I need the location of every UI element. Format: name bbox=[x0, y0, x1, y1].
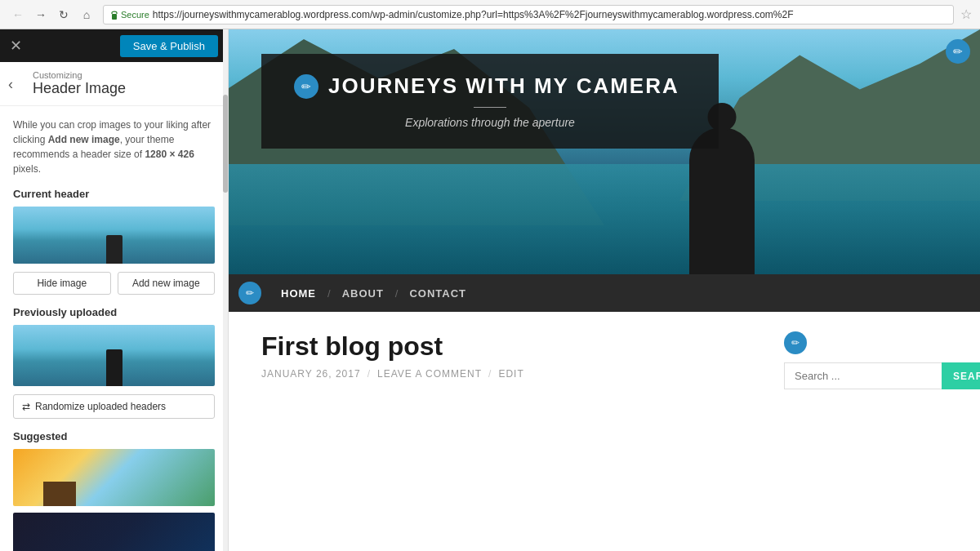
refresh-button[interactable]: ↻ bbox=[54, 5, 74, 24]
post-meta-sep-1: / bbox=[368, 368, 371, 380]
url-text: https://journeyswithmycamerablog.wordpre… bbox=[153, 9, 794, 20]
current-header-label: Current header bbox=[13, 188, 215, 200]
nav-item-about[interactable]: ABOUT bbox=[331, 287, 395, 300]
nav-item-home[interactable]: HOME bbox=[270, 287, 327, 300]
blog-tagline: Explorations through the aperture bbox=[294, 116, 686, 129]
close-customizer-button[interactable]: ✕ bbox=[10, 37, 22, 55]
randomize-label: Randomize uploaded headers bbox=[35, 401, 166, 412]
header-overlay: ✏ JOURNEYS WITH MY CAMERA Explorations t… bbox=[261, 54, 719, 149]
post-meta-sep-2: / bbox=[488, 368, 492, 380]
browser-chrome: ← → ↻ ⌂ Secure https://journeyswithmycam… bbox=[0, 0, 980, 29]
nav-edit-icon: ✏ bbox=[246, 287, 254, 299]
water-reflection bbox=[229, 164, 980, 274]
scroll-thumb[interactable] bbox=[223, 95, 228, 193]
secure-label: Secure bbox=[121, 10, 149, 20]
add-new-image-button[interactable]: Add new image bbox=[118, 272, 216, 295]
nav-buttons: ← → ↻ ⌂ bbox=[8, 5, 96, 24]
randomize-icon: ⇄ bbox=[22, 401, 30, 412]
scrollbar[interactable] bbox=[223, 29, 228, 551]
blog-title: JOURNEYS WITH MY CAMERA bbox=[328, 73, 679, 99]
search-row: SEARCH bbox=[784, 362, 947, 389]
home-button[interactable]: ⌂ bbox=[77, 5, 96, 24]
leave-comment-link[interactable]: LEAVE A COMMENT bbox=[377, 368, 482, 380]
post-date: JANUARY 26, 2017 bbox=[261, 368, 361, 380]
suggested-image-1[interactable] bbox=[13, 449, 215, 506]
panel-content: While you can crop images to your liking… bbox=[0, 106, 228, 551]
sidebar-edit-icon: ✏ bbox=[791, 337, 800, 349]
blog-header: ✏ JOURNEYS WITH MY CAMERA Explorations t… bbox=[229, 29, 980, 274]
suggested-image-2[interactable] bbox=[13, 513, 215, 551]
nav-item-contact[interactable]: CONTACT bbox=[398, 287, 478, 300]
blog-divider bbox=[474, 107, 506, 108]
panel-back-button[interactable]: ‹ bbox=[8, 75, 13, 92]
title-edit-icon: ✏ bbox=[301, 80, 311, 93]
blog-nav: ✏ HOME / ABOUT / CONTACT bbox=[229, 274, 980, 312]
left-panel: ✕ Save & Publish ‹ Customizing Header Im… bbox=[0, 29, 229, 551]
header-action-buttons: Hide image Add new image bbox=[13, 272, 215, 295]
blog-main: First blog post JANUARY 26, 2017 / LEAVE… bbox=[261, 331, 760, 531]
title-edit-button[interactable]: ✏ bbox=[294, 74, 318, 99]
svg-rect-0 bbox=[112, 14, 117, 20]
randomize-button[interactable]: ⇄ Randomize uploaded headers bbox=[13, 394, 215, 419]
main-layout: ✕ Save & Publish ‹ Customizing Header Im… bbox=[0, 29, 980, 551]
header-image-edit-icon: ✏ bbox=[953, 45, 963, 58]
nav-edit-button[interactable]: ✏ bbox=[238, 282, 261, 304]
info-text: While you can crop images to your liking… bbox=[13, 118, 215, 176]
previously-uploaded-label: Previously uploaded bbox=[13, 306, 215, 318]
post-meta: JANUARY 26, 2017 / LEAVE A COMMENT / EDI… bbox=[261, 368, 760, 380]
previously-uploaded-image[interactable] bbox=[13, 325, 215, 386]
current-header-image bbox=[13, 207, 215, 264]
blog-preview: ✏ JOURNEYS WITH MY CAMERA Explorations t… bbox=[229, 29, 980, 551]
search-button[interactable]: SEARCH bbox=[942, 362, 980, 389]
blog-title-row: ✏ JOURNEYS WITH MY CAMERA bbox=[294, 73, 686, 99]
bookmark-icon[interactable]: ☆ bbox=[960, 7, 972, 22]
customizing-label: Customizing bbox=[33, 70, 215, 80]
secure-badge: Secure bbox=[110, 10, 149, 20]
panel-title: Header Image bbox=[33, 80, 215, 97]
person-silhouette bbox=[689, 127, 755, 274]
hide-image-button[interactable]: Hide image bbox=[13, 272, 111, 295]
suggested-label: Suggested bbox=[13, 430, 215, 442]
save-publish-button[interactable]: Save & Publish bbox=[120, 35, 218, 57]
header-image-edit-button[interactable]: ✏ bbox=[946, 39, 970, 64]
sidebar-edit-button[interactable]: ✏ bbox=[784, 331, 807, 354]
post-title: First blog post bbox=[261, 331, 760, 362]
address-bar[interactable]: Secure https://journeyswithmycamerablog.… bbox=[103, 5, 954, 24]
add-new-image-link[interactable]: Add new image bbox=[48, 134, 120, 145]
customize-topbar: ✕ Save & Publish bbox=[0, 29, 228, 62]
forward-button[interactable]: → bbox=[31, 5, 51, 24]
panel-header: ‹ Customizing Header Image bbox=[0, 62, 228, 106]
search-input[interactable] bbox=[784, 362, 942, 389]
blog-sidebar: ✏ SEARCH bbox=[784, 331, 947, 531]
blog-content: First blog post JANUARY 26, 2017 / LEAVE… bbox=[229, 312, 980, 551]
edit-post-link[interactable]: EDIT bbox=[498, 368, 523, 380]
back-button[interactable]: ← bbox=[8, 5, 28, 24]
